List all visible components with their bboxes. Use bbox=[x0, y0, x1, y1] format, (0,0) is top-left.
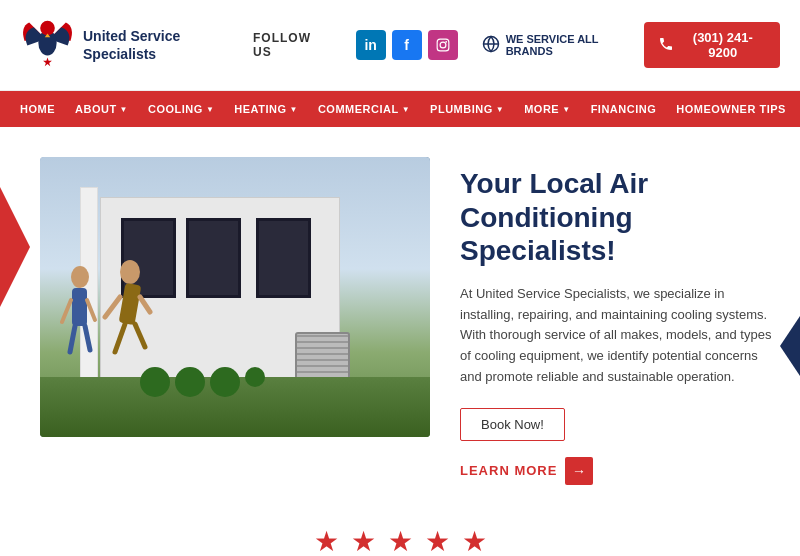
commercial-arrow: ▼ bbox=[402, 105, 410, 114]
svg-line-17 bbox=[62, 300, 71, 322]
service-brands: WE SERVICE ALL BRANDS bbox=[482, 33, 644, 57]
nav-about[interactable]: ABOUT ▼ bbox=[65, 91, 138, 127]
learn-more-arrow: → bbox=[565, 457, 593, 485]
follow-us-label: FOLLOW US bbox=[253, 31, 332, 59]
header-right: (301) 241-9200 bbox=[644, 22, 780, 68]
instagram-button[interactable] bbox=[428, 30, 458, 60]
navigation: HOME ABOUT ▼ COOLING ▼ HEATING ▼ COMMERC… bbox=[0, 91, 800, 127]
shrub-4 bbox=[245, 367, 265, 387]
hero-description: At United Service Specialists, we specia… bbox=[460, 284, 780, 388]
plumbing-arrow: ▼ bbox=[496, 105, 504, 114]
more-arrow: ▼ bbox=[562, 105, 570, 114]
right-triangle-decoration bbox=[780, 316, 800, 376]
book-now-button[interactable]: Book Now! bbox=[460, 408, 565, 441]
svg-point-1 bbox=[40, 20, 55, 35]
nav-heating[interactable]: HEATING ▼ bbox=[224, 91, 308, 127]
content-right: Your Local Air Conditioning Specialists!… bbox=[460, 157, 780, 485]
nav-more[interactable]: MORE ▼ bbox=[514, 91, 580, 127]
cooling-arrow: ▼ bbox=[206, 105, 214, 114]
shrub-3 bbox=[210, 367, 240, 397]
svg-rect-4 bbox=[437, 39, 449, 51]
phone-button[interactable]: (301) 241-9200 bbox=[644, 22, 780, 68]
star-3: ★ bbox=[388, 525, 413, 556]
linkedin-button[interactable]: in bbox=[356, 30, 386, 60]
people-silhouette bbox=[60, 252, 180, 392]
svg-rect-16 bbox=[72, 288, 87, 326]
svg-line-12 bbox=[140, 297, 150, 312]
left-triangle-decoration bbox=[0, 187, 30, 307]
phone-number: (301) 241-9200 bbox=[680, 30, 766, 60]
nav-cooling[interactable]: COOLING ▼ bbox=[138, 91, 224, 127]
svg-line-18 bbox=[87, 300, 95, 320]
svg-line-20 bbox=[85, 326, 90, 350]
heating-arrow: ▼ bbox=[289, 105, 297, 114]
svg-marker-3 bbox=[43, 57, 52, 66]
star-1: ★ bbox=[314, 525, 339, 556]
learn-more-link[interactable]: LEARN MORE → bbox=[460, 457, 780, 485]
logo-text: United Service Specialists bbox=[83, 27, 253, 63]
window-3 bbox=[256, 218, 311, 298]
stars-row: ★ ★ ★ ★ ★ bbox=[0, 505, 800, 556]
main-content: Your Local Air Conditioning Specialists!… bbox=[0, 127, 800, 505]
social-icons: in f bbox=[356, 30, 458, 60]
window-2 bbox=[186, 218, 241, 298]
header-center: FOLLOW US in f WE SERVICE ALL BRANDS bbox=[253, 30, 644, 60]
svg-rect-10 bbox=[119, 283, 142, 325]
learn-more-text: LEARN MORE bbox=[460, 463, 557, 478]
hero-image bbox=[40, 157, 430, 437]
phone-icon bbox=[658, 36, 674, 55]
svg-point-5 bbox=[440, 42, 446, 48]
nav-contact[interactable]: CONTACT US bbox=[796, 91, 800, 127]
svg-line-13 bbox=[115, 324, 125, 352]
nav-plumbing[interactable]: PLUMBING ▼ bbox=[420, 91, 514, 127]
about-arrow: ▼ bbox=[120, 105, 128, 114]
star-4: ★ bbox=[425, 525, 450, 556]
svg-point-6 bbox=[445, 41, 447, 43]
svg-point-15 bbox=[71, 266, 89, 288]
svg-line-11 bbox=[105, 297, 120, 317]
hero-title: Your Local Air Conditioning Specialists! bbox=[460, 167, 780, 268]
nav-commercial[interactable]: COMMERCIAL ▼ bbox=[308, 91, 420, 127]
globe-icon bbox=[482, 35, 500, 55]
facebook-button[interactable]: f bbox=[392, 30, 422, 60]
nav-homeowner-tips[interactable]: HOMEOWNER TIPS bbox=[666, 91, 796, 127]
svg-line-19 bbox=[70, 326, 75, 352]
svg-point-9 bbox=[120, 260, 140, 284]
star-2: ★ bbox=[351, 525, 376, 556]
nav-home[interactable]: HOME bbox=[10, 91, 65, 127]
svg-line-14 bbox=[135, 324, 145, 347]
header: United Service Specialists FOLLOW US in … bbox=[0, 0, 800, 91]
service-brands-text: WE SERVICE ALL BRANDS bbox=[506, 33, 644, 57]
hero-image-wrapper bbox=[40, 157, 430, 437]
nav-financing[interactable]: FINANCING bbox=[581, 91, 667, 127]
logo-area: United Service Specialists bbox=[20, 13, 253, 78]
logo-name-text: United Service Specialists bbox=[83, 27, 253, 63]
logo-icon bbox=[20, 13, 75, 78]
star-5: ★ bbox=[462, 525, 487, 556]
